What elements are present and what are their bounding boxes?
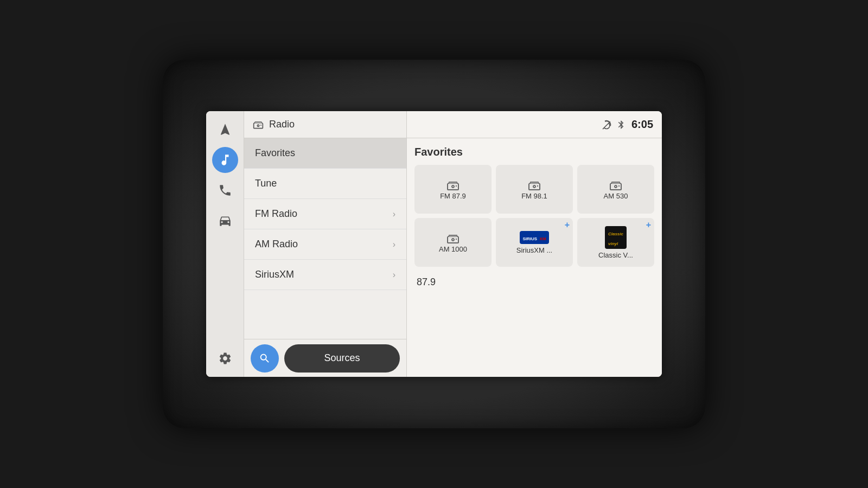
phone-icon <box>218 183 232 197</box>
menu-item-label: Tune <box>255 178 277 189</box>
station-label-fm879: FM 87.9 <box>440 192 466 200</box>
time-display: 6:05 <box>631 118 653 131</box>
classic-vinyl-logo-text: Classicvinyl <box>608 232 623 246</box>
menu-item-siriusxm[interactable]: SiriusXM › <box>244 260 406 290</box>
search-button[interactable] <box>251 344 279 373</box>
menu-item-tune[interactable]: Tune <box>244 169 406 199</box>
sidebar-item-navigation[interactable] <box>212 117 238 143</box>
menu-item-label: FM Radio <box>255 208 297 220</box>
status-icons <box>601 119 626 130</box>
favorite-card-am1000[interactable]: AM 1000 <box>414 218 492 267</box>
chevron-icon: › <box>393 270 395 280</box>
now-playing-frequency: 87.9 <box>417 277 436 287</box>
sidebar-item-car[interactable] <box>212 208 238 234</box>
favorites-title: Favorites <box>414 146 654 158</box>
station-label-am530: AM 530 <box>604 192 628 200</box>
car-bezel: Radio Favorites Tune FM Radio › AM Radio <box>163 60 705 428</box>
radio-icon <box>445 179 461 192</box>
station-label-classic-vinyl: Classic V... <box>598 251 633 259</box>
car-icon <box>218 214 232 228</box>
menu-item-fm-radio[interactable]: FM Radio › <box>244 199 406 229</box>
radio-icon <box>445 232 461 245</box>
radio-header-icon <box>253 119 264 130</box>
xm-logo-text: XM <box>540 236 546 241</box>
station-label-fm981: FM 98.1 <box>521 192 547 200</box>
music-icon <box>218 153 232 167</box>
favorite-card-am530[interactable]: AM 530 <box>577 165 654 214</box>
chevron-icon: › <box>393 209 395 219</box>
sirius-logo-text: SIRIUS <box>522 236 537 241</box>
sidebar-item-settings[interactable] <box>212 345 238 371</box>
menu-item-label: Favorites <box>255 147 295 159</box>
menu-item-favorites[interactable]: Favorites <box>244 138 406 169</box>
screen-inner: Radio Favorites Tune FM Radio › AM Radio <box>206 111 662 377</box>
menu-panel: Radio Favorites Tune FM Radio › AM Radio <box>244 111 407 377</box>
menu-item-label: AM Radio <box>255 239 298 250</box>
content-header: 6:05 <box>407 111 662 138</box>
favorite-card-fm981[interactable]: FM 98.1 <box>496 165 573 214</box>
favorite-card-siriusxm[interactable]: + SIRIUS XM SiriusXM ... <box>496 218 573 267</box>
menu-item-am-radio[interactable]: AM Radio › <box>244 229 406 260</box>
favorite-card-fm879[interactable]: FM 87.9 <box>414 165 492 214</box>
favorites-grid: FM 87.9 FM 98.1 <box>414 165 654 267</box>
screen: Radio Favorites Tune FM Radio › AM Radio <box>206 111 662 377</box>
menu-items: Favorites Tune FM Radio › AM Radio › Sir <box>244 138 406 339</box>
add-button-siriusxm[interactable]: + <box>565 220 570 230</box>
add-button-classic-vinyl[interactable]: + <box>646 220 651 230</box>
radio-icon <box>527 179 542 192</box>
no-signal-icon <box>601 119 612 130</box>
menu-header-title: Radio <box>269 119 295 130</box>
sources-button[interactable]: Sources <box>284 344 400 373</box>
station-label-siriusxm: SiriusXM ... <box>516 246 552 254</box>
menu-bottom: Sources <box>244 339 406 377</box>
bluetooth-icon <box>616 120 626 130</box>
menu-item-label: SiriusXM <box>255 269 294 280</box>
navigation-icon <box>218 123 232 137</box>
sidebar <box>206 111 244 377</box>
radio-icon <box>608 179 623 192</box>
settings-icon <box>218 351 232 365</box>
chevron-icon: › <box>393 240 395 249</box>
menu-header: Radio <box>244 111 406 138</box>
content-body: Favorites FM 87.9 <box>407 138 662 377</box>
sidebar-item-phone[interactable] <box>212 177 238 203</box>
station-label-am1000: AM 1000 <box>439 245 467 253</box>
search-icon <box>259 352 271 364</box>
favorite-card-classic-vinyl[interactable]: + Classicvinyl Classic V... <box>577 218 654 267</box>
sidebar-item-music[interactable] <box>212 147 238 173</box>
now-playing-bar: 87.9 <box>414 273 654 288</box>
content-panel: 6:05 Favorites FM 87.9 <box>407 111 662 377</box>
